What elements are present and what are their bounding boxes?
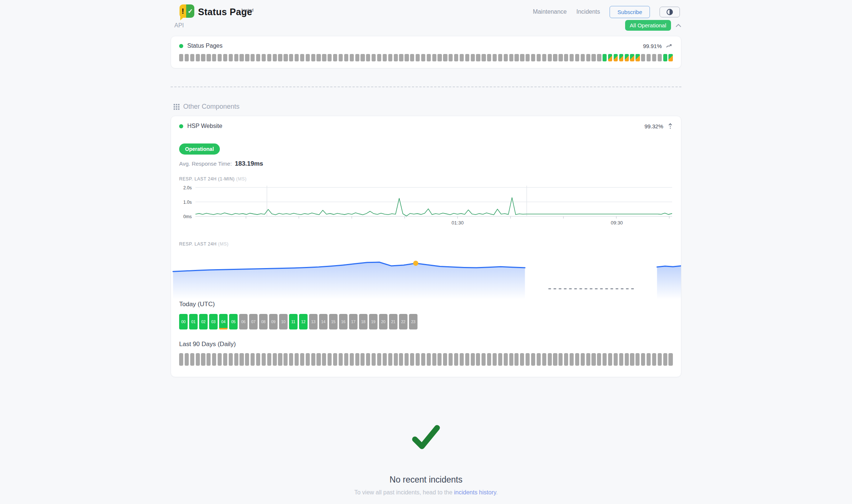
uptime-bar[interactable] xyxy=(498,54,502,61)
uptime-bar[interactable] xyxy=(273,54,277,61)
uptime-bar[interactable] xyxy=(300,54,304,61)
daily-uptime-bar[interactable] xyxy=(514,353,519,366)
uptime-bar[interactable] xyxy=(575,54,579,61)
daily-uptime-bar[interactable] xyxy=(245,353,249,366)
uptime-bar[interactable] xyxy=(597,54,601,61)
daily-uptime-bar[interactable] xyxy=(377,353,381,366)
uptime-bar[interactable] xyxy=(311,54,315,61)
uptime-bar[interactable] xyxy=(465,54,469,61)
daily-uptime-bar[interactable] xyxy=(635,353,640,366)
daily-uptime-bar[interactable] xyxy=(300,353,304,366)
uptime-bar[interactable] xyxy=(388,54,392,61)
daily-uptime-bar[interactable] xyxy=(410,353,414,366)
daily-uptime-bar[interactable] xyxy=(487,353,491,366)
uptime-bar[interactable] xyxy=(454,54,458,61)
daily-uptime-bar[interactable] xyxy=(372,353,376,366)
uptime-bar[interactable] xyxy=(647,54,651,61)
uptime-bar[interactable] xyxy=(234,54,238,61)
daily-uptime-bar[interactable] xyxy=(229,353,233,366)
uptime-bar[interactable] xyxy=(239,54,244,61)
uptime-bar[interactable] xyxy=(405,54,409,61)
uptime-bar[interactable] xyxy=(482,54,486,61)
uptime-bar[interactable] xyxy=(350,54,354,61)
uptime-bar[interactable] xyxy=(262,54,266,61)
daily-uptime-bar[interactable] xyxy=(564,353,568,366)
daily-uptime-bar[interactable] xyxy=(658,353,662,366)
uptime-bar[interactable] xyxy=(360,54,365,61)
daily-uptime-bar[interactable] xyxy=(504,353,508,366)
daily-uptime-bar[interactable] xyxy=(619,353,623,366)
uptime-bar[interactable] xyxy=(542,54,546,61)
daily-uptime-bar[interactable] xyxy=(454,353,458,366)
uptime-bar[interactable] xyxy=(372,54,376,61)
daily-uptime-bar[interactable] xyxy=(262,353,266,366)
daily-uptime-bar[interactable] xyxy=(289,353,293,366)
nav-incidents[interactable]: Incidents xyxy=(576,9,600,15)
theme-toggle-button[interactable] xyxy=(660,7,680,17)
daily-uptime-bar[interactable] xyxy=(251,353,255,366)
daily-uptime-bar[interactable] xyxy=(399,353,403,366)
daily-uptime-bar[interactable] xyxy=(559,353,563,366)
daily-uptime-bar[interactable] xyxy=(548,353,552,366)
daily-uptime-bar[interactable] xyxy=(630,353,634,366)
hour-block[interactable]: 08 xyxy=(259,314,268,329)
hour-block[interactable]: 20 xyxy=(379,314,388,329)
uptime-bar[interactable] xyxy=(394,54,398,61)
daily-uptime-bar[interactable] xyxy=(388,353,392,366)
daily-uptime-bar[interactable] xyxy=(267,353,271,366)
daily-uptime-bar[interactable] xyxy=(498,353,502,366)
daily-uptime-bar[interactable] xyxy=(570,353,574,366)
daily-uptime-bar[interactable] xyxy=(239,353,244,366)
uptime-bar[interactable] xyxy=(581,54,585,61)
uptime-bar[interactable] xyxy=(295,54,299,61)
uptime-bar[interactable] xyxy=(185,54,189,61)
daily-uptime-bar[interactable] xyxy=(328,353,332,366)
hour-block[interactable]: 19 xyxy=(369,314,378,329)
uptime-bar[interactable] xyxy=(421,54,425,61)
uptime-bar[interactable] xyxy=(399,54,403,61)
uptime-bar[interactable] xyxy=(487,54,491,61)
daily-uptime-bar[interactable] xyxy=(421,353,425,366)
daily-uptime-bar[interactable] xyxy=(597,353,601,366)
hour-block[interactable]: 18 xyxy=(359,314,368,329)
uptime-bar[interactable] xyxy=(256,54,260,61)
subscribe-button[interactable]: Subscribe xyxy=(610,6,650,18)
uptime-bar[interactable] xyxy=(586,54,590,61)
uptime-bar[interactable] xyxy=(333,54,337,61)
uptime-bar[interactable] xyxy=(289,54,293,61)
hour-block[interactable]: 15 xyxy=(329,314,338,329)
daily-uptime-bar[interactable] xyxy=(476,353,480,366)
daily-uptime-bar[interactable] xyxy=(322,353,326,366)
daily-uptime-bar[interactable] xyxy=(460,353,464,366)
uptime-bar[interactable] xyxy=(603,54,607,61)
uptime-bar[interactable] xyxy=(619,54,623,61)
daily-uptime-bar[interactable] xyxy=(641,353,645,366)
uptime-bar[interactable] xyxy=(564,54,568,61)
uptime-bar[interactable] xyxy=(570,54,574,61)
daily-uptime-bar[interactable] xyxy=(443,353,447,366)
nav-maintenance[interactable]: Maintenance xyxy=(533,9,567,15)
daily-uptime-bar[interactable] xyxy=(284,353,288,366)
highlight-marker-dot[interactable] xyxy=(413,261,418,266)
uptime-bar[interactable] xyxy=(471,54,475,61)
daily-uptime-bar[interactable] xyxy=(273,353,277,366)
uptime-bar[interactable] xyxy=(427,54,431,61)
daily-uptime-bar[interactable] xyxy=(383,353,387,366)
daily-uptime-bar[interactable] xyxy=(179,353,183,366)
daily-uptime-bar[interactable] xyxy=(437,353,442,366)
daily-uptime-bar[interactable] xyxy=(432,353,436,366)
daily-uptime-bar[interactable] xyxy=(218,353,222,366)
uptime-bar[interactable] xyxy=(245,54,249,61)
daily-uptime-bar[interactable] xyxy=(196,353,200,366)
daily-uptime-bar[interactable] xyxy=(520,353,524,366)
daily-uptime-bar[interactable] xyxy=(201,353,205,366)
hour-block[interactable]: 11 xyxy=(289,314,298,329)
uptime-bar[interactable] xyxy=(284,54,288,61)
hour-block[interactable]: 05 xyxy=(229,314,238,329)
uptime-bar[interactable] xyxy=(553,54,557,61)
daily-uptime-bar[interactable] xyxy=(394,353,398,366)
uptime-bar[interactable] xyxy=(306,54,310,61)
uptime-bar[interactable] xyxy=(179,54,183,61)
uptime-bar[interactable] xyxy=(668,54,672,61)
uptime-bar[interactable] xyxy=(591,54,596,61)
